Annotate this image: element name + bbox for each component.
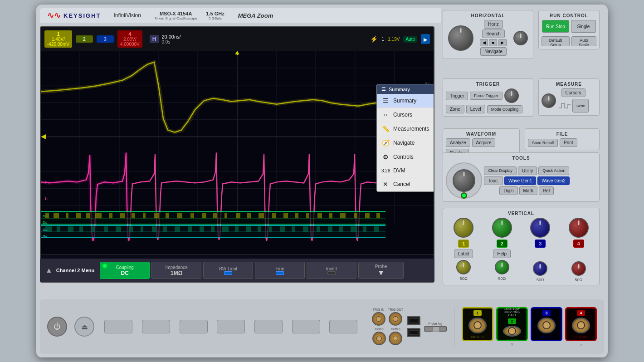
impedance-button[interactable]: Impedance 1MΩ xyxy=(151,262,201,279)
navigate-left-button[interactable]: ◀ xyxy=(480,39,488,46)
ch2-position-knob[interactable] xyxy=(495,260,509,274)
ch3-impedance: 50Ω xyxy=(537,278,544,282)
print-button[interactable]: Print xyxy=(560,138,577,147)
auto-scale-button[interactable]: Auto Scale xyxy=(571,36,596,46)
ch1-position-knob[interactable] xyxy=(456,260,471,274)
ch2-bnc[interactable] xyxy=(503,326,521,337)
ch1-button[interactable]: 1 xyxy=(458,240,469,248)
vertical-title: Vertical xyxy=(446,211,596,216)
menu-item-navigate[interactable]: 🧭 Navigate xyxy=(377,136,434,150)
eject-button[interactable]: ⏏ xyxy=(74,317,94,337)
svg-rect-58 xyxy=(365,213,370,218)
quick-action-button[interactable]: Quick Action xyxy=(538,166,569,175)
trigger-level-knob[interactable] xyxy=(504,88,519,103)
ch3-bnc[interactable] xyxy=(537,318,556,333)
ch2-button[interactable]: 2 xyxy=(497,240,507,248)
ch4-bnc[interactable] xyxy=(572,318,590,333)
run-stop-button[interactable]: Run Stop xyxy=(542,20,569,33)
horiz-button[interactable]: Horiz xyxy=(484,20,503,29)
bw-limit-button[interactable]: BW Limit xyxy=(203,262,253,279)
tools-title: Tools xyxy=(446,156,596,161)
power-button[interactable]: ⏻ xyxy=(47,317,67,337)
level-button[interactable]: Level xyxy=(466,105,485,113)
up-arrow-btn[interactable]: ▲ xyxy=(44,266,54,274)
wave-gen1-button[interactable]: Wave Gen1 xyxy=(504,176,536,185)
serial-button[interactable]: Seric xyxy=(572,99,589,113)
ch4-connector-panel: 4 |||||||||||| △ xyxy=(565,307,597,347)
svg-rect-84 xyxy=(328,226,332,232)
softkey-7[interactable] xyxy=(329,320,357,333)
horizontal-knob[interactable] xyxy=(448,25,473,51)
invert-button[interactable]: Invert xyxy=(307,262,356,279)
ref-button[interactable]: Ref xyxy=(539,186,554,195)
menu-header-label: Summary xyxy=(389,87,410,92)
ch2-help-button[interactable]: Help xyxy=(493,249,511,258)
menu-item-summary[interactable]: ☰ Summary xyxy=(377,94,434,108)
horizontal-position-knob[interactable] xyxy=(513,31,528,45)
ch4-button[interactable]: 4 xyxy=(573,240,584,248)
menu-item-cancel[interactable]: ✕ Cancel xyxy=(377,177,434,191)
navigate-menu-icon: 🧭 xyxy=(381,139,390,147)
softkey-6[interactable] xyxy=(292,320,320,333)
menu-item-dvm[interactable]: 3.28 DVM xyxy=(377,164,434,177)
channel-2-badge[interactable]: 2 xyxy=(76,35,93,43)
svg-rect-71 xyxy=(175,226,180,232)
channel-1-badge[interactable]: 1 1.40V/ -420.00mV xyxy=(44,30,72,48)
digiti-button[interactable]: Digiti xyxy=(499,186,517,195)
probe-adjust-slider[interactable] xyxy=(424,326,447,332)
svg-text:D₀: D₀ xyxy=(43,234,47,238)
usb-port-1[interactable] xyxy=(407,316,420,325)
measure-knob[interactable] xyxy=(542,93,556,108)
utility-button[interactable]: Utility xyxy=(518,166,537,175)
clear-display-button[interactable]: Clear Display xyxy=(484,166,517,175)
search-button[interactable]: Search xyxy=(482,29,505,38)
run-button-screen[interactable]: ▶ xyxy=(421,34,430,44)
channel-4-badge[interactable]: 4 2.00V/ 4.00000V xyxy=(117,30,142,48)
force-trigger-button[interactable]: Force Trigger xyxy=(470,92,503,100)
softkey-4[interactable] xyxy=(217,320,245,333)
dvm-menu-icon: 3.28 xyxy=(381,168,390,173)
ch3-button[interactable]: 3 xyxy=(535,240,546,248)
single-button[interactable]: Single xyxy=(571,20,596,33)
ch3-position-knob[interactable] xyxy=(533,261,547,276)
usb-port-2[interactable] xyxy=(407,328,420,337)
intensity-knob[interactable] xyxy=(453,169,475,192)
channel-3-badge[interactable]: 3 xyxy=(97,35,114,43)
touch-button[interactable]: Touc. xyxy=(484,176,503,185)
cursors-button[interactable]: Cursors xyxy=(561,88,585,97)
navigate-stop-button[interactable]: ■ xyxy=(489,39,497,46)
softkey-1[interactable] xyxy=(104,320,132,333)
run-control-section: Run Control Run Stop Single Default Setu… xyxy=(538,10,600,49)
math-button[interactable]: Math xyxy=(519,186,537,195)
softkey-3[interactable] xyxy=(180,320,208,333)
ch1-scale-knob[interactable] xyxy=(454,218,473,238)
ch1-bnc[interactable] xyxy=(468,318,487,333)
ch4-scale-knob[interactable] xyxy=(569,218,589,238)
mode-coupling-button[interactable]: Mode Coupling xyxy=(487,105,523,113)
menu-item-controls[interactable]: ⚙ Controls xyxy=(377,150,434,164)
product-line: InfiniiVision xyxy=(113,12,141,19)
navigate-right-button[interactable]: ▶ xyxy=(498,39,507,46)
analyze-button[interactable]: Analyze xyxy=(446,138,470,147)
acquire-button[interactable]: Acquire xyxy=(472,138,496,147)
svg-rect-47 xyxy=(236,213,240,218)
zone-button[interactable]: Zone xyxy=(446,105,464,113)
fine-button[interactable]: Fine xyxy=(255,262,305,279)
menu-item-cursors[interactable]: ↔ Cursors xyxy=(377,108,434,122)
keysight-logo: ∿∿ KEYSIGHT xyxy=(47,10,101,20)
navigate-button[interactable]: Navigate xyxy=(480,47,506,56)
ch1-label-button[interactable]: Label xyxy=(454,249,473,258)
probe-button[interactable]: Probe ▼ xyxy=(358,262,404,279)
softkey-5[interactable] xyxy=(254,320,283,333)
wave-gen2-button[interactable]: Wave Gen2 xyxy=(537,176,569,185)
softkey-buttons xyxy=(102,320,361,333)
menu-item-measurements[interactable]: 📏 Measurements xyxy=(377,122,434,136)
ch3-scale-knob[interactable] xyxy=(530,218,550,238)
ch2-scale-knob[interactable] xyxy=(492,218,512,238)
default-setup-button[interactable]: Default Setup xyxy=(542,36,570,46)
save-recall-button[interactable]: Save Recall xyxy=(528,139,558,147)
ch4-position-knob[interactable] xyxy=(571,261,586,276)
coupling-button[interactable]: Coupling DC xyxy=(100,262,150,279)
trigger-button[interactable]: Trigger xyxy=(446,92,468,100)
softkey-2[interactable] xyxy=(142,320,170,333)
